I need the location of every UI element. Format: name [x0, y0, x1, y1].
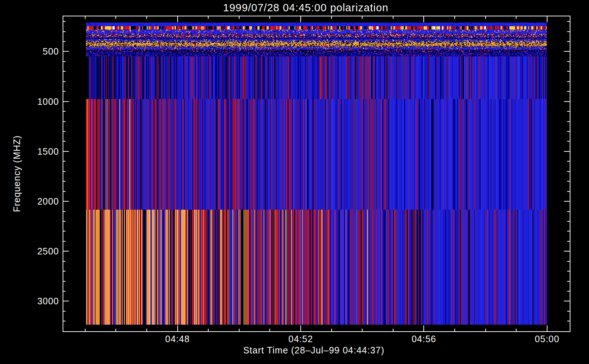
y-axis-tick [63, 271, 66, 272]
y-axis-tick [567, 311, 570, 312]
x-axis-tick-label: 05:00 [522, 334, 573, 344]
y-axis-tick [567, 111, 570, 112]
y-axis-tick [63, 161, 66, 162]
y-axis-tick [567, 131, 570, 132]
y-axis-tick [63, 21, 66, 22]
y-axis-tick [63, 101, 69, 102]
y-axis-tick [567, 291, 570, 292]
y-axis-tick [564, 251, 570, 252]
y-axis-tick [63, 141, 66, 142]
x-axis-tick [423, 16, 424, 22]
y-axis-tick [63, 321, 66, 321]
y-axis-tick [567, 21, 570, 22]
y-axis-tick [63, 191, 66, 192]
plot-frame-top [63, 16, 570, 16]
x-axis-tick [423, 325, 424, 332]
y-axis-tick [63, 41, 66, 42]
x-axis-tick [115, 329, 116, 332]
y-axis-tick [567, 71, 570, 72]
y-axis-tick-label: 2500 [19, 246, 59, 257]
y-axis-tick [63, 261, 66, 262]
y-axis-tick [567, 81, 570, 82]
plot-frame-left [63, 16, 63, 332]
x-axis-tick [485, 329, 486, 332]
y-axis-tick [567, 211, 570, 212]
y-axis-tick [63, 51, 69, 52]
x-axis-tick [547, 325, 548, 332]
plot-frame-right [570, 16, 570, 332]
y-axis-tick [63, 81, 66, 82]
y-axis-tick [567, 221, 570, 222]
y-axis-tick [63, 131, 66, 132]
x-axis-label: Start Time (28–Jul–99 04:44:37) [243, 345, 384, 356]
y-axis-tick-label: 1000 [19, 96, 59, 107]
x-axis-tick [516, 329, 517, 332]
y-axis-tick [63, 91, 66, 92]
x-axis-tick [239, 16, 240, 19]
x-axis-tick [269, 16, 270, 19]
y-axis-tick [63, 71, 66, 72]
x-axis-tick [362, 329, 363, 332]
y-axis-tick [567, 321, 570, 321]
y-axis-tick [567, 91, 570, 92]
x-axis-tick [300, 325, 301, 332]
y-axis-tick [567, 191, 570, 192]
x-axis-tick [454, 16, 455, 19]
x-axis-tick [516, 16, 517, 19]
x-axis-tick [362, 16, 363, 19]
x-axis-tick [331, 329, 332, 332]
y-axis-tick-label: 1500 [19, 146, 59, 157]
y-axis-tick [63, 181, 66, 182]
y-axis-tick [63, 281, 66, 282]
y-axis-tick [63, 251, 69, 252]
y-axis-tick [564, 151, 570, 152]
y-axis-tick [564, 51, 570, 52]
y-axis-tick [567, 161, 570, 162]
x-axis-tick [454, 329, 455, 332]
x-axis-tick [300, 16, 301, 22]
x-axis-tick [115, 16, 116, 19]
x-axis-tick [85, 329, 86, 332]
x-axis-tick [177, 16, 178, 22]
x-axis-tick [239, 329, 240, 332]
y-axis-tick [567, 231, 570, 232]
y-axis-tick [567, 141, 570, 142]
x-axis-tick [269, 329, 270, 332]
y-axis-tick [564, 101, 570, 102]
y-axis-tick [63, 241, 66, 242]
y-axis-tick [567, 121, 570, 122]
y-axis-tick-label: 2000 [19, 196, 59, 207]
spectrogram-image [86, 23, 547, 325]
y-axis-tick [63, 121, 66, 122]
x-axis-tick [146, 329, 147, 332]
x-axis-tick-label: 04:56 [398, 334, 449, 344]
x-axis-tick [208, 16, 209, 19]
y-axis-tick [63, 151, 69, 152]
y-axis-tick [567, 61, 570, 62]
y-axis-tick [63, 301, 69, 301]
y-axis-tick-label: 500 [19, 46, 59, 57]
spectrogram-plot: 1999/07/28 04:45:00 polarization 04:4804… [0, 0, 589, 364]
y-axis-tick [567, 261, 570, 262]
plot-title: 1999/07/28 04:45:00 polarization [63, 2, 549, 14]
y-axis-tick [567, 41, 570, 42]
y-axis-label: Frequency (MHZ) [12, 135, 22, 212]
x-axis-tick-label: 04:48 [152, 334, 203, 344]
y-axis-tick [63, 61, 66, 62]
y-axis-tick-label: 3000 [19, 296, 59, 306]
plot-frame-bottom [63, 331, 570, 332]
y-axis-tick [63, 211, 66, 212]
y-axis-tick [63, 111, 66, 112]
x-axis-tick [393, 16, 394, 19]
x-axis-tick-label: 04:52 [275, 334, 326, 344]
x-axis-tick [393, 329, 394, 332]
x-axis-tick [146, 16, 147, 19]
y-axis-tick [567, 171, 570, 172]
y-axis-tick [63, 201, 69, 202]
y-axis-tick [63, 171, 66, 172]
y-axis-tick [63, 31, 66, 32]
y-axis-tick [567, 241, 570, 242]
y-axis-tick [567, 281, 570, 282]
y-axis-tick [63, 221, 66, 222]
x-axis-tick [485, 16, 486, 19]
